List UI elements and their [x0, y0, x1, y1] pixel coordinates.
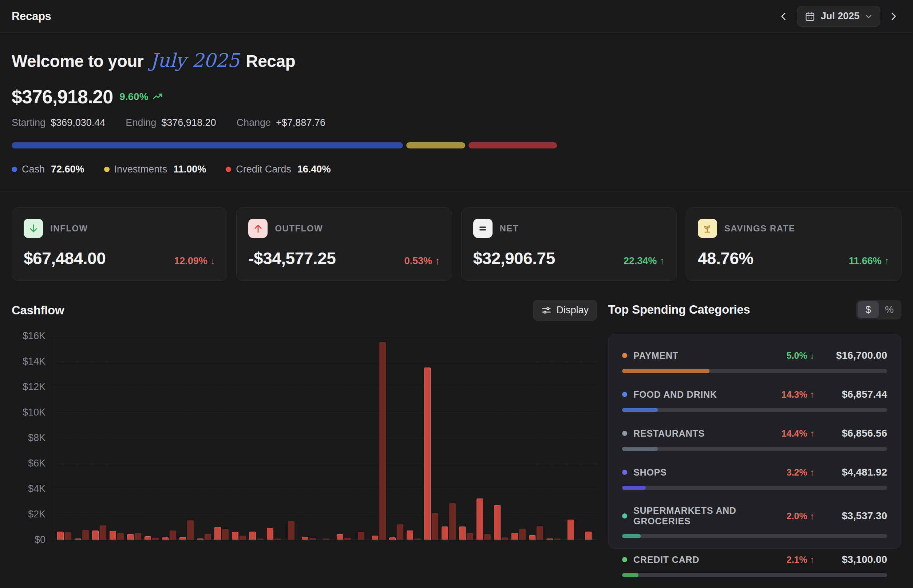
sprout-icon: [698, 219, 717, 238]
arrow-down-icon: ↓: [810, 351, 815, 361]
y-axis-tick-label: $2K: [12, 509, 45, 520]
y-axis-tick-label: $14K: [12, 356, 45, 367]
bar-group-day-12: [248, 336, 265, 540]
category-row-header: SUPERMARKETS AND GROCERIES2.0%↑$3,537.30: [622, 506, 887, 527]
category-progress-fill: [622, 534, 641, 538]
bar-group-day-5: [125, 336, 143, 540]
current-bar: [57, 531, 64, 540]
previous-bar: [117, 533, 124, 540]
bar-group-day-28: [527, 336, 545, 540]
ending-value: $376,918.20: [161, 117, 216, 128]
gridline: [54, 540, 597, 540]
sliders-icon: [541, 305, 552, 315]
previous-bar: [187, 520, 194, 540]
legend-pct: 11.00%: [173, 164, 206, 175]
networth-substats: Starting $369,030.44 Ending $376,918.20 …: [11, 117, 902, 128]
category-dot-icon: [622, 514, 627, 519]
stat-cards: INFLOW$67,484.0012.09%↓OUTFLOW-$34,577.2…: [11, 207, 902, 281]
bar-group-day-15: [300, 336, 317, 540]
previous-period-button[interactable]: [776, 8, 792, 24]
category-change-pct: 2.0%: [787, 511, 808, 522]
change-stat: Change +$7,887.76: [236, 117, 325, 128]
amount-percent-toggle: $ %: [856, 300, 902, 320]
stat-card: INFLOW$67,484.0012.09%↓: [11, 207, 227, 281]
cashflow-chart: $16K$14K$12K$10K$8K$6K$4K$2K$0: [11, 336, 597, 546]
allocation-bar: [11, 142, 557, 149]
next-period-button[interactable]: [885, 8, 902, 24]
legend-dot-icon: [104, 166, 110, 172]
arrow-up-icon: ↑: [810, 467, 815, 478]
stat-card-change: 0.53%↑: [404, 255, 440, 267]
category-amount: $16,700.00: [822, 350, 887, 361]
current-bar: [476, 499, 483, 540]
previous-bar: [323, 538, 329, 540]
category-progress-fill: [622, 447, 658, 451]
cashflow-section: Cashflow Display $16K$14K$12K$10K$8K$6K$…: [11, 300, 597, 549]
bar-groups: [55, 336, 597, 540]
display-options-button[interactable]: Display: [533, 300, 597, 321]
category-progress-fill: [622, 408, 658, 412]
category-change-pct: 2.1%: [787, 554, 808, 565]
category-row: FOOD AND DRINK14.3%↑$6,857.44: [622, 389, 887, 412]
current-bar: [162, 538, 168, 540]
previous-bar: [288, 521, 295, 540]
current-bar: [214, 527, 221, 540]
current-bar: [512, 533, 518, 540]
previous-bar: [467, 533, 473, 540]
stat-card-value: $67,484.00: [24, 249, 105, 268]
category-progress-fill: [622, 369, 709, 373]
category-dot-icon: [622, 470, 627, 475]
period-selector-button[interactable]: Jul 2025: [797, 6, 880, 27]
bar-group-day-3: [90, 336, 108, 540]
legend-pct: 16.40%: [298, 164, 331, 175]
bar-group-day-13: [265, 336, 282, 540]
category-change: 14.3%↑: [782, 389, 814, 400]
current-bar: [389, 538, 396, 540]
previous-bar: [484, 534, 491, 540]
chevron-left-icon: [779, 11, 788, 21]
y-axis-tick-label: $4K: [12, 483, 45, 494]
current-bar: [180, 537, 186, 540]
ending-stat: Ending $376,918.20: [126, 117, 216, 128]
current-bar: [197, 538, 204, 540]
stat-card-label: INFLOW: [50, 223, 88, 234]
bar-group-day-11: [230, 336, 248, 540]
category-change: 2.1%↑: [787, 554, 814, 565]
stat-card-bottom: $32,906.7522.34%↑: [473, 249, 665, 268]
allocation-legend-item: Investments11.00%: [104, 164, 206, 175]
arrow-up-icon: ↑: [810, 428, 815, 439]
current-bar: [459, 527, 466, 540]
starting-label: Starting: [11, 117, 45, 128]
topbar: Recaps Jul 2025: [0, 0, 913, 33]
previous-bar: [379, 342, 386, 540]
top-spending-title: Top Spending Categories: [608, 303, 750, 317]
arrow-up-icon: ↑: [660, 255, 665, 267]
previous-bar: [432, 513, 438, 540]
stat-card-change-pct: 11.66%: [848, 255, 881, 267]
equals-icon: [473, 219, 492, 238]
stat-card-change: 22.34%↑: [623, 255, 665, 267]
allocation-legend-item: Credit Cards16.40%: [226, 164, 330, 175]
previous-bar: [222, 529, 228, 540]
category-progress-track: [622, 447, 887, 451]
current-bar: [546, 538, 553, 540]
welcome-period: July 2025: [148, 50, 242, 71]
y-axis-tick-label: $10K: [12, 407, 45, 418]
percent-toggle-button[interactable]: %: [879, 301, 900, 318]
current-bar: [232, 532, 238, 540]
cashflow-title: Cashflow: [11, 304, 64, 317]
category-change: 14.4%↑: [782, 428, 814, 439]
dollar-toggle-button[interactable]: $: [858, 301, 879, 318]
bar-group-day-19: [370, 336, 387, 540]
trending-up-icon: [152, 91, 163, 102]
bar-group-day-8: [178, 336, 195, 540]
stat-card-header: OUTFLOW: [248, 219, 440, 238]
current-bar: [144, 536, 151, 540]
category-change: 3.2%↑: [787, 467, 814, 478]
stat-card-change: 12.09%↓: [174, 255, 215, 267]
calendar-icon: [805, 11, 816, 22]
stat-card-bottom: $67,484.0012.09%↓: [24, 249, 215, 268]
previous-bar: [205, 534, 211, 540]
category-name: SHOPS: [633, 467, 787, 478]
category-row-header: PAYMENT5.0%↓$16,700.00: [622, 350, 887, 361]
